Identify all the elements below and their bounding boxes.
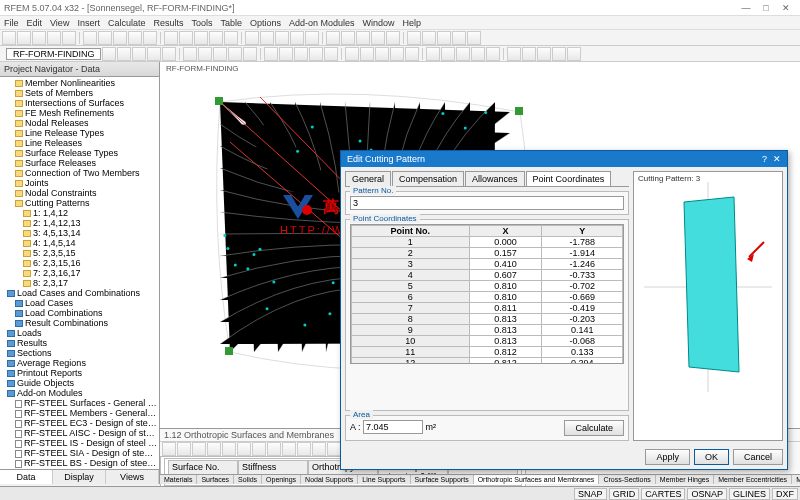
area-input[interactable] [363, 420, 423, 434]
toolbar-button[interactable] [441, 47, 455, 61]
toolbar-button[interactable] [17, 31, 31, 45]
toolbar-button[interactable] [471, 47, 485, 61]
grid-tab[interactable]: Surface Supports [411, 475, 474, 484]
toolbar-button[interactable] [143, 31, 157, 45]
tree-item[interactable]: Printout Reports [1, 368, 158, 378]
tree-item[interactable]: Result Combinations [1, 318, 158, 328]
toolbar-button[interactable] [264, 47, 278, 61]
tree-item[interactable]: RF-STEEL BS - Design of steel members ac… [1, 458, 158, 468]
grid-tab[interactable]: Nodal Supports [301, 475, 358, 484]
toolbar-button[interactable] [305, 31, 319, 45]
tree-item[interactable]: Member Nonlinearities [1, 78, 158, 88]
tree-item[interactable]: RF-STEEL EC3 - Design of steel members a… [1, 418, 158, 428]
toolbar-button[interactable] [326, 31, 340, 45]
toolbar-button[interactable] [371, 31, 385, 45]
calculate-button[interactable]: Calculate [564, 420, 624, 436]
toolbar-button[interactable] [437, 31, 451, 45]
toolbar-button[interactable] [341, 31, 355, 45]
ok-button[interactable]: OK [694, 449, 729, 465]
tree-item[interactable]: Surface Releases [1, 158, 158, 168]
toolbar-button[interactable] [164, 31, 178, 45]
tree-item[interactable]: RF-STEEL AISC - Design of steel members … [1, 428, 158, 438]
toolbar-button[interactable] [405, 47, 419, 61]
toolbar-button[interactable] [452, 31, 466, 45]
menu-calculate[interactable]: Calculate [108, 18, 146, 28]
tree-item[interactable]: Intersections of Surfaces [1, 98, 158, 108]
tree-item[interactable]: 3: 4,5,13,14 [1, 228, 158, 238]
toolbar-button[interactable] [390, 47, 404, 61]
tree-item[interactable]: Add-on Modules [1, 388, 158, 398]
tree-item[interactable]: Loads [1, 328, 158, 338]
toolbar-button[interactable] [356, 31, 370, 45]
toolbar-button[interactable] [407, 31, 421, 45]
toolbar-button[interactable] [162, 47, 176, 61]
toolbar-button[interactable] [567, 47, 581, 61]
apply-button[interactable]: Apply [645, 449, 690, 465]
tree-item[interactable]: Average Regions [1, 358, 158, 368]
toolbar-button[interactable] [62, 31, 76, 45]
status-snap[interactable]: SNAP [574, 488, 607, 500]
toolbar-button[interactable] [245, 31, 259, 45]
toolbar-button[interactable] [128, 31, 142, 45]
menu-view[interactable]: View [50, 18, 69, 28]
coordinates-table[interactable]: Point No.XY10.000-1.78820.157-1.91430.41… [351, 225, 623, 364]
close-icon[interactable]: ✕ [776, 3, 796, 13]
tree-item[interactable]: 2: 1,4,12,13 [1, 218, 158, 228]
toolbar-button[interactable] [426, 47, 440, 61]
tree-item[interactable]: Load Combinations [1, 308, 158, 318]
tree-item[interactable]: 5: 2,3,5,15 [1, 248, 158, 258]
toolbar-button[interactable] [309, 47, 323, 61]
dialog-help-icon[interactable]: ? [762, 154, 767, 164]
toolbar-button[interactable] [98, 31, 112, 45]
toolbar-button[interactable] [2, 31, 16, 45]
menu-file[interactable]: File [4, 18, 19, 28]
tree-item[interactable]: 4: 1,4,5,14 [1, 238, 158, 248]
toolbar-button[interactable] [486, 47, 500, 61]
menu-results[interactable]: Results [153, 18, 183, 28]
toolbar-button[interactable] [279, 47, 293, 61]
status-grid[interactable]: GRID [609, 488, 640, 500]
grid-tab[interactable]: Materials [160, 475, 197, 484]
tree-item[interactable]: Sets of Members [1, 88, 158, 98]
minimize-icon[interactable]: — [736, 3, 756, 13]
dialog-tab-allowances[interactable]: Allowances [465, 171, 525, 186]
tree-item[interactable]: Load Cases and Combinations [1, 288, 158, 298]
toolbar-button[interactable] [275, 31, 289, 45]
menu-add-on-modules[interactable]: Add-on Modules [289, 18, 355, 28]
tree-item[interactable]: 6: 2,3,15,16 [1, 258, 158, 268]
toolbar-button[interactable] [294, 47, 308, 61]
pattern-no-input[interactable] [350, 196, 624, 210]
toolbar-button[interactable] [209, 31, 223, 45]
toolbar-button[interactable] [324, 47, 338, 61]
toolbar-button[interactable] [537, 47, 551, 61]
toolbar-button[interactable] [183, 47, 197, 61]
toolbar-button[interactable] [456, 47, 470, 61]
tree-item[interactable]: FE Mesh Refinements [1, 108, 158, 118]
tree-item[interactable]: Connection of Two Members [1, 168, 158, 178]
toolbar-button[interactable] [260, 31, 274, 45]
toolbar-button[interactable] [224, 31, 238, 45]
toolbar-button[interactable] [132, 47, 146, 61]
toolbar-button[interactable] [375, 47, 389, 61]
status-osnap[interactable]: OSNAP [687, 488, 727, 500]
cancel-button[interactable]: Cancel [733, 449, 783, 465]
nav-tab-views[interactable]: Views [106, 470, 159, 484]
tree-item[interactable]: Guide Objects [1, 378, 158, 388]
status-cartes[interactable]: CARTES [641, 488, 685, 500]
grid-tab[interactable]: Orthotropic Surfaces and Membranes [474, 475, 600, 484]
toolbar-button[interactable] [179, 31, 193, 45]
nav-tab-display[interactable]: Display [53, 470, 106, 484]
toolbar-button[interactable] [552, 47, 566, 61]
toolbar-button[interactable] [198, 47, 212, 61]
tree-item[interactable]: Line Releases [1, 138, 158, 148]
dialog-close-icon[interactable]: ✕ [773, 154, 781, 164]
toolbar-button[interactable] [243, 47, 257, 61]
toolbar-button[interactable] [32, 31, 46, 45]
tree-item[interactable]: RF-STEEL Members - General stress analys… [1, 408, 158, 418]
toolbar-button[interactable] [102, 47, 116, 61]
menu-edit[interactable]: Edit [27, 18, 43, 28]
toolbar-button[interactable] [213, 47, 227, 61]
tree-item[interactable]: RF-STEEL SIA - Design of steel members a… [1, 448, 158, 458]
menu-table[interactable]: Table [220, 18, 242, 28]
grid-tab[interactable]: Member Hinges [656, 475, 714, 484]
